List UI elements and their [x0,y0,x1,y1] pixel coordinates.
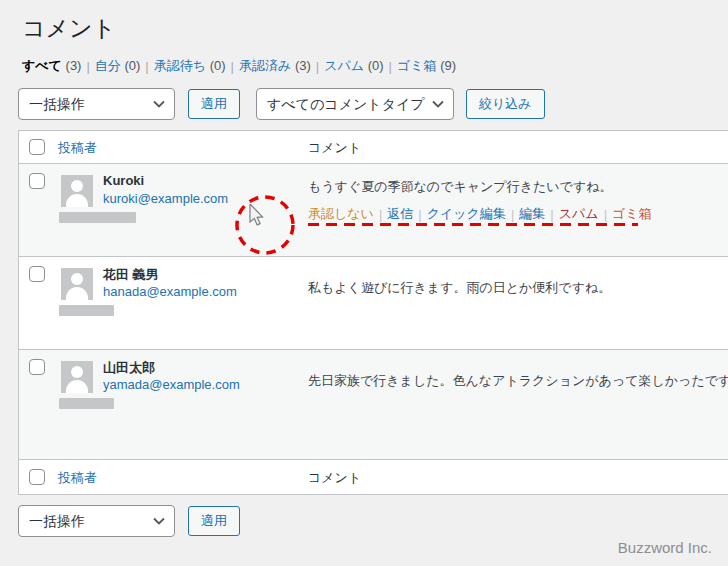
quick-edit-link[interactable]: クイック編集 [427,205,506,223]
status-filter-list: すべて (3) | 自分 (0) | 承認待ち (0) | 承認済み (3) |… [22,57,456,75]
select-all-checkbox-top[interactable] [29,139,45,155]
row-actions: 承認しない | 返信 | クイック編集 | 編集 | スパム | ゴミ箱 [308,205,652,223]
avatar [61,361,93,393]
filter-separator: | [86,59,89,74]
author-email-link[interactable]: hanada@example.com [103,284,237,299]
chevron-down-icon [153,517,165,525]
author-email-link[interactable]: kuroki@example.com [103,191,228,206]
filter-trash[interactable]: ゴミ箱 (9) [397,57,456,75]
column-header-comment: コメント [308,139,361,157]
redacted-bar [59,305,114,316]
filter-separator: | [389,59,392,74]
comments-table: 投稿者 コメント Kuroki kuroki@example.com もうすぐ夏… [18,130,728,495]
unapprove-link[interactable]: 承認しない [308,205,374,223]
action-separator: | [379,207,382,222]
row-checkbox[interactable] [29,173,45,189]
filter-all[interactable]: すべて (3) [22,57,81,75]
edit-link[interactable]: 編集 [519,205,545,223]
filter-approved[interactable]: 承認済み (3) [239,57,311,75]
comment-text: 先日家族で行きました。色んなアトラクションがあって楽しかったです。 [308,372,728,390]
bulk-action-select[interactable]: 一括操作 [18,88,175,120]
footer-brand: Buzzword Inc. [618,539,712,556]
comment-type-value: すべてのコメントタイプ [267,96,425,112]
table-header: 投稿者 コメント [19,131,728,163]
filter-button[interactable]: 絞り込み [466,89,545,119]
author-name: Kuroki [103,173,144,188]
row-checkbox[interactable] [29,359,45,375]
comment-row: 山田太郎 yamada@example.com 先日家族で行きました。色んなアト… [19,349,728,459]
comment-text: もうすぐ夏の季節なのでキャンプ行きたいですね。 [308,178,612,196]
reply-link[interactable]: 返信 [387,205,413,223]
filter-separator: | [231,59,234,74]
bulk-action-select-bottom[interactable]: 一括操作 [18,505,175,537]
action-separator: | [550,207,553,222]
bottom-toolbar: 一括操作 適用 [18,505,240,537]
filter-separator: | [316,59,319,74]
redacted-bar [59,212,136,223]
comments-admin-page: コメント すべて (3) | 自分 (0) | 承認待ち (0) | 承認済み … [0,0,728,566]
annotation-dashed-underline [308,223,638,226]
comment-text: 私もよく遊びに行きます。雨の日とか便利ですね。 [308,279,611,297]
select-all-checkbox-bottom[interactable] [29,469,45,485]
avatar [61,175,93,207]
spam-link[interactable]: スパム [559,205,599,223]
filter-separator: | [145,59,148,74]
action-separator: | [604,207,607,222]
action-separator: | [511,207,514,222]
author-name: 花田 義男 [103,266,159,284]
avatar [61,268,93,300]
column-header-author[interactable]: 投稿者 [58,139,97,157]
column-footer-author[interactable]: 投稿者 [58,469,97,487]
filter-mine[interactable]: 自分 (0) [95,57,141,75]
chevron-down-icon [432,100,444,108]
bulk-action-value: 一括操作 [29,96,85,112]
comment-row: 花田 義男 hanada@example.com 私もよく遊びに行きます。雨の日… [19,256,728,349]
redacted-bar [59,398,114,409]
filter-pending[interactable]: 承認待ち (0) [154,57,226,75]
column-footer-comment: コメント [308,469,361,487]
apply-button-top[interactable]: 適用 [188,89,240,119]
filter-spam[interactable]: スパム (0) [324,57,383,75]
row-checkbox[interactable] [29,266,45,282]
mouse-cursor-icon [249,204,266,227]
trash-link[interactable]: ゴミ箱 [612,205,652,223]
action-separator: | [418,207,421,222]
table-footer: 投稿者 コメント [19,459,728,494]
author-email-link[interactable]: yamada@example.com [103,377,240,392]
bulk-action-value: 一括操作 [29,513,85,529]
page-title: コメント [22,14,116,44]
author-name: 山田太郎 [103,359,155,377]
comment-type-select[interactable]: すべてのコメントタイプ [256,88,454,120]
apply-button-bottom[interactable]: 適用 [188,506,240,536]
top-toolbar: 一括操作 適用 すべてのコメントタイプ 絞り込み [18,88,545,120]
comment-row: Kuroki kuroki@example.com もうすぐ夏の季節なのでキャン… [19,163,728,256]
chevron-down-icon [153,100,165,108]
